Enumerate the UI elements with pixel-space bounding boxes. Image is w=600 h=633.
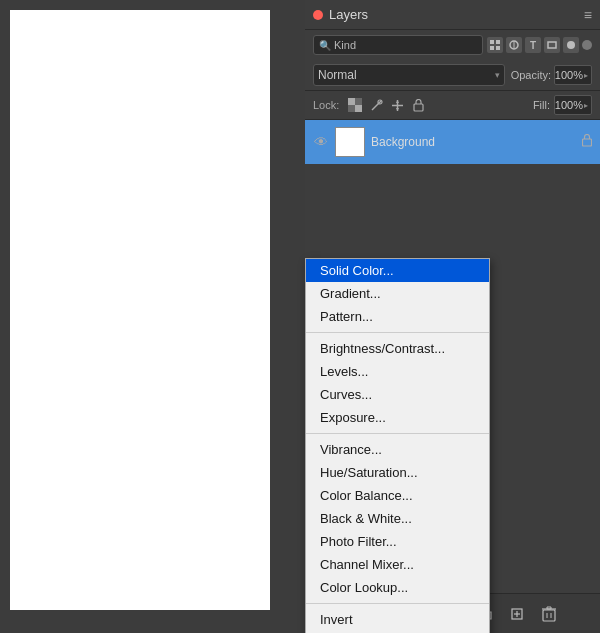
filter-smart-icon[interactable] xyxy=(563,37,579,53)
fill-arrow: ▸ xyxy=(584,101,588,110)
menu-item[interactable]: Vibrance... xyxy=(306,438,489,461)
opacity-input[interactable]: 100% ▸ xyxy=(554,65,592,85)
layer-lock-icon xyxy=(582,134,592,150)
new-layer-button[interactable] xyxy=(506,603,528,625)
opacity-value: 100% xyxy=(555,69,583,81)
svg-rect-6 xyxy=(548,42,556,48)
menu-item[interactable]: Channel Mixer... xyxy=(306,553,489,576)
blend-mode-value: Normal xyxy=(318,68,357,82)
menu-item[interactable]: Solid Color... xyxy=(306,259,489,282)
adjustment-layer-dropdown: Solid Color...Gradient...Pattern...Brigh… xyxy=(305,258,490,633)
opacity-section: Opacity: 100% ▸ xyxy=(511,65,592,85)
panel-titlebar: Layers ≡ xyxy=(305,0,600,30)
panel-search-row: 🔍 Kind T xyxy=(305,30,600,60)
fill-input[interactable]: 100% ▸ xyxy=(554,95,592,115)
opacity-label: Opacity: xyxy=(511,69,551,81)
menu-item[interactable]: Pattern... xyxy=(306,305,489,328)
svg-rect-1 xyxy=(496,40,500,44)
opacity-arrow: ▸ xyxy=(584,71,588,80)
lock-fill-row: Lock: Fill: 100% ▸ xyxy=(305,91,600,120)
menu-item[interactable]: Levels... xyxy=(306,360,489,383)
filter-pixel-icon[interactable] xyxy=(487,37,503,53)
blend-opacity-row: Normal ▾ Opacity: 100% ▸ xyxy=(305,60,600,91)
menu-item[interactable]: Black & White... xyxy=(306,507,489,530)
menu-separator xyxy=(306,603,489,604)
menu-item[interactable]: Curves... xyxy=(306,383,489,406)
filter-text-icon[interactable]: T xyxy=(525,37,541,53)
layer-name: Background xyxy=(371,135,576,149)
svg-rect-19 xyxy=(583,139,592,146)
menu-separator xyxy=(306,433,489,434)
fill-label: Fill: xyxy=(533,99,550,111)
panel-title: Layers xyxy=(329,7,368,22)
svg-rect-11 xyxy=(348,105,355,112)
fill-value: 100% xyxy=(555,99,583,111)
lock-all-icon[interactable] xyxy=(410,97,426,113)
svg-rect-0 xyxy=(490,40,494,44)
svg-marker-16 xyxy=(396,100,399,103)
delete-layer-button[interactable] xyxy=(538,603,560,625)
menu-item[interactable]: Exposure... xyxy=(306,406,489,429)
svg-line-12 xyxy=(372,101,381,110)
svg-rect-3 xyxy=(496,46,500,50)
menu-item[interactable]: Photo Filter... xyxy=(306,530,489,553)
search-placeholder: Kind xyxy=(334,39,356,51)
menu-item[interactable]: Gradient... xyxy=(306,282,489,305)
svg-rect-2 xyxy=(490,46,494,50)
table-row[interactable]: 👁 Background xyxy=(305,120,600,164)
panel-menu-icon[interactable]: ≡ xyxy=(584,7,592,23)
layer-thumbnail xyxy=(335,127,365,157)
lock-position-icon[interactable] xyxy=(389,97,405,113)
lock-icons xyxy=(347,97,426,113)
blend-mode-arrow: ▾ xyxy=(495,70,500,80)
lock-label: Lock: xyxy=(313,99,339,111)
menu-item[interactable]: Color Balance... xyxy=(306,484,489,507)
svg-rect-18 xyxy=(414,104,423,111)
canvas-document xyxy=(10,10,270,610)
svg-rect-8 xyxy=(348,98,355,105)
svg-rect-26 xyxy=(543,610,555,621)
svg-rect-9 xyxy=(355,105,362,112)
menu-item[interactable]: Hue/Saturation... xyxy=(306,461,489,484)
titlebar-left: Layers xyxy=(313,7,368,22)
svg-rect-10 xyxy=(355,98,362,105)
menu-item[interactable]: Color Lookup... xyxy=(306,576,489,599)
fill-section: Fill: 100% ▸ xyxy=(533,95,592,115)
svg-point-7 xyxy=(567,41,575,49)
layer-visibility-icon[interactable]: 👁 xyxy=(313,134,329,150)
search-icon: 🔍 xyxy=(319,40,331,51)
filter-brush-icon[interactable] xyxy=(506,37,522,53)
close-button[interactable] xyxy=(313,10,323,20)
canvas-area xyxy=(0,0,305,633)
filter-toggle[interactable] xyxy=(582,40,592,50)
menu-item[interactable]: Invert xyxy=(306,608,489,631)
blend-mode-select[interactable]: Normal ▾ xyxy=(313,64,505,86)
svg-marker-17 xyxy=(396,108,399,111)
lock-pixels-icon[interactable] xyxy=(347,97,363,113)
search-box[interactable]: 🔍 Kind xyxy=(313,35,483,55)
menu-separator xyxy=(306,332,489,333)
lock-artboard-icon[interactable] xyxy=(368,97,384,113)
filter-icons: T xyxy=(487,37,592,53)
filter-shape-icon[interactable] xyxy=(544,37,560,53)
menu-item[interactable]: Brightness/Contrast... xyxy=(306,337,489,360)
